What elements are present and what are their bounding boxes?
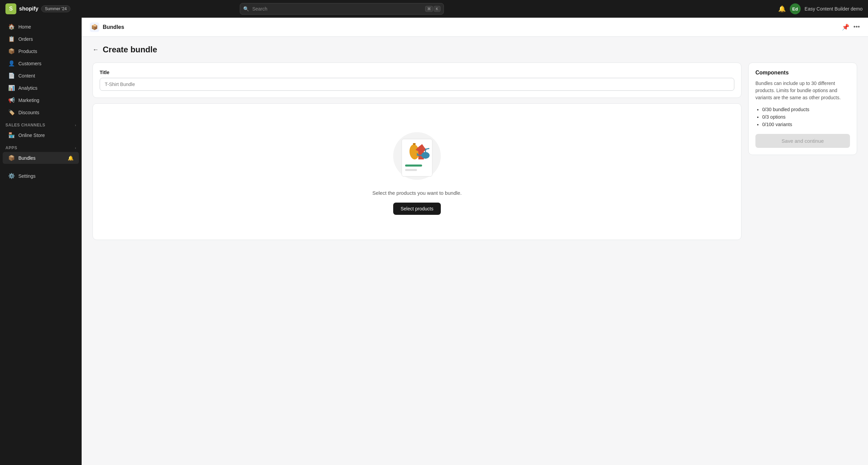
settings-icon: ⚙️ — [8, 173, 15, 179]
avatar[interactable]: Ed — [790, 3, 801, 14]
title-card: Title — [93, 63, 741, 98]
marketing-icon: 📢 — [8, 97, 15, 103]
sidebar-item-customers[interactable]: 👤 Customers — [3, 57, 79, 69]
two-col-layout: Title — [93, 63, 857, 240]
notifications-icon[interactable]: 🔔 — [778, 5, 786, 13]
sidebar-label-bundles: Bundles — [18, 155, 36, 161]
sidebar-label-content: Content — [18, 73, 35, 79]
products-description: Select the products you want to bundle. — [372, 190, 462, 196]
sidebar-label-marketing: Marketing — [18, 98, 39, 103]
title-field-label: Title — [100, 70, 734, 75]
components-list: 0/30 bundled products 0/3 options 0/100 … — [755, 107, 850, 127]
chevron-right-icon: › — [75, 123, 76, 127]
discounts-icon: 🏷️ — [8, 109, 15, 116]
svg-rect-5 — [413, 143, 416, 145]
online-store-icon: 🏪 — [8, 132, 15, 138]
main-column: Title — [93, 63, 741, 240]
products-empty-state: Select the products you want to bundle. … — [93, 104, 741, 240]
analytics-icon: 📊 — [8, 85, 15, 91]
search-input[interactable] — [240, 3, 444, 15]
sidebar-item-analytics[interactable]: 📊 Analytics — [3, 82, 79, 94]
sidebar-item-settings[interactable]: ⚙️ Settings — [3, 170, 79, 182]
bundle-illustration — [390, 129, 444, 183]
bundles-bell-icon[interactable]: 🔔 — [68, 155, 73, 161]
shopify-logo-mark: S — [5, 3, 16, 14]
title-input[interactable] — [100, 78, 734, 91]
pin-icon[interactable]: 📌 — [842, 23, 849, 31]
svg-point-6 — [421, 152, 430, 159]
kbd-cmd: ⌘ — [425, 6, 433, 12]
main-layout: 🏠 Home 📋 Orders 📦 Products 👤 Customers 📄… — [0, 18, 868, 465]
list-item-variants: 0/100 variants — [762, 122, 850, 127]
chevron-right-apps-icon: › — [75, 146, 76, 150]
sidebar-item-home[interactable]: 🏠 Home — [3, 21, 79, 33]
app-header-title: Bundles — [103, 24, 124, 30]
home-icon: 🏠 — [8, 23, 15, 30]
side-column: Components Bundles can include up to 30 … — [748, 63, 857, 155]
sidebar: 🏠 Home 📋 Orders 📦 Products 👤 Customers 📄… — [0, 18, 82, 465]
sidebar-item-marketing[interactable]: 📢 Marketing — [3, 94, 79, 106]
more-options-icon[interactable]: ••• — [853, 23, 860, 31]
page-title-row: ← Create bundle — [93, 45, 857, 54]
topbar-right: 🔔 Ed Easy Content Builder demo — [778, 3, 863, 14]
logo: S shopify Summer '24 — [5, 3, 70, 14]
shopify-wordmark: shopify — [19, 6, 38, 12]
app-bundles-icon: 📦 — [90, 22, 99, 32]
search-container: 🔍 ⌘ K — [240, 3, 444, 15]
sidebar-label-customers: Customers — [18, 61, 41, 66]
sidebar-label-discounts: Discounts — [18, 110, 39, 115]
app-header: 📦 Bundles 📌 ••• — [82, 18, 868, 37]
sidebar-label-orders: Orders — [18, 36, 33, 42]
sidebar-label-products: Products — [18, 49, 37, 54]
bundles-icon-sidebar: 📦 — [8, 155, 15, 161]
app-header-left: 📦 Bundles — [90, 22, 124, 32]
app-header-right: 📌 ••• — [842, 23, 860, 31]
svg-rect-3 — [405, 169, 417, 171]
customers-icon: 👤 — [8, 60, 15, 67]
sales-channels-header: Sales channels › — [0, 119, 82, 129]
list-item-options: 0/3 options — [762, 114, 850, 120]
content-area: 📦 Bundles 📌 ••• ← Create bundle — [82, 18, 868, 465]
kbd-k: K — [434, 6, 440, 12]
user-name: Easy Content Builder demo — [805, 6, 863, 12]
search-keyboard-shortcut: ⌘ K — [425, 6, 440, 12]
sidebar-label-analytics: Analytics — [18, 85, 37, 91]
svg-rect-2 — [405, 165, 422, 167]
sidebar-item-discounts[interactable]: 🏷️ Discounts — [3, 106, 79, 118]
products-icon: 📦 — [8, 48, 15, 54]
sidebar-item-orders[interactable]: 📋 Orders — [3, 33, 79, 45]
sidebar-label-home: Home — [18, 24, 31, 30]
orders-icon: 📋 — [8, 36, 15, 42]
content-icon: 📄 — [8, 72, 15, 79]
sidebar-item-products[interactable]: 📦 Products — [3, 45, 79, 57]
summer-badge: Summer '24 — [41, 5, 70, 12]
apps-header: Apps › — [0, 141, 82, 152]
page-content: ← Create bundle Title — [82, 37, 868, 248]
page-title: Create bundle — [103, 45, 157, 54]
components-title: Components — [755, 70, 850, 76]
title-card-body: Title — [93, 63, 741, 98]
sidebar-item-online-store[interactable]: 🏪 Online Store — [3, 129, 79, 141]
sidebar-item-bundles[interactable]: 📦 Bundles 🔔 — [3, 152, 79, 164]
components-card: Components Bundles can include up to 30 … — [748, 63, 857, 155]
sidebar-label-online-store: Online Store — [18, 133, 45, 138]
components-card-body: Components Bundles can include up to 30 … — [749, 63, 857, 155]
bundles-item-left: 📦 Bundles — [8, 155, 36, 161]
select-products-button[interactable]: Select products — [393, 203, 441, 215]
back-arrow[interactable]: ← — [93, 46, 99, 53]
topbar: S shopify Summer '24 🔍 ⌘ K 🔔 Ed Easy Con… — [0, 0, 868, 18]
components-description: Bundles can include up to 30 different p… — [755, 80, 850, 101]
products-card: Select the products you want to bundle. … — [93, 103, 741, 240]
sidebar-label-settings: Settings — [18, 173, 36, 179]
save-continue-button[interactable]: Save and continue — [755, 134, 850, 148]
search-icon: 🔍 — [243, 6, 249, 12]
list-item-bundled-products: 0/30 bundled products — [762, 107, 850, 112]
sidebar-item-content[interactable]: 📄 Content — [3, 70, 79, 82]
